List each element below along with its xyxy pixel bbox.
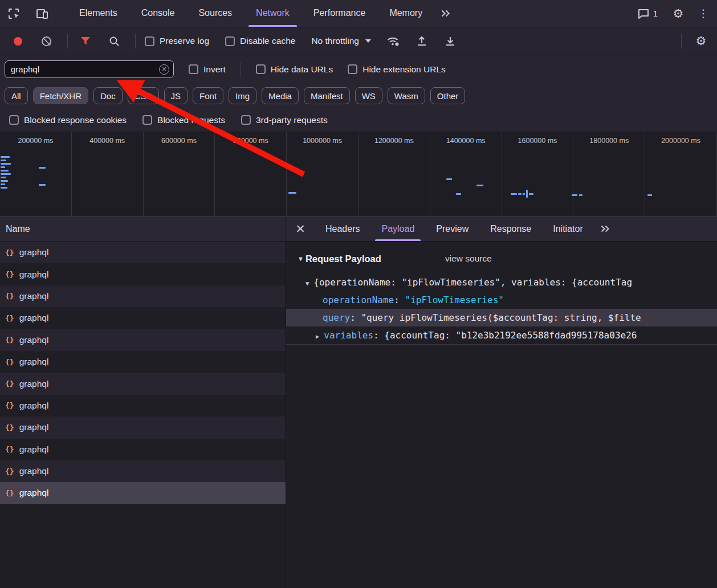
payload-row[interactable]: ▶variables: {accountTag: "b12e3b2192ee55… (286, 326, 717, 344)
payload-text: variables (324, 330, 373, 341)
network-settings-gear-icon[interactable]: ⚙ (691, 31, 711, 51)
close-details-icon[interactable]: ✕ (286, 222, 315, 236)
checkbox-3rd-party-requests[interactable]: 3rd-party requests (241, 115, 328, 125)
filter-chip-other[interactable]: Other (430, 87, 466, 104)
json-braces-icon: {} (5, 489, 14, 497)
download-icon (445, 35, 456, 47)
filter-chip-font[interactable]: Font (193, 87, 223, 104)
disclosure-right-icon[interactable]: ▶ (316, 328, 319, 344)
filter-chip-fetch-xhr[interactable]: Fetch/XHR (33, 87, 88, 104)
request-row[interactable]: {}graphql (0, 285, 286, 307)
detail-tab-preview[interactable]: Preview (425, 217, 479, 241)
filter-chip-doc[interactable]: Doc (93, 87, 123, 104)
request-timing-bar (1, 160, 6, 161)
payload-row[interactable]: query: "query ipFlowTimeseries($accountT… (286, 309, 717, 326)
json-braces-icon: {} (5, 248, 14, 257)
request-timing-bar (518, 193, 522, 195)
detail-tab-payload[interactable]: Payload (370, 217, 425, 241)
device-toolbar-icon[interactable] (32, 3, 52, 24)
checkbox-box (225, 36, 235, 46)
checkbox-box (348, 64, 357, 74)
request-timing-bar (288, 192, 296, 194)
request-row[interactable]: {}graphql (0, 395, 286, 416)
divider (241, 62, 241, 77)
request-timing-bar (526, 190, 528, 198)
issues-button[interactable]: 1 (638, 9, 658, 19)
detail-tab-response[interactable]: Response (479, 217, 542, 241)
tab-console[interactable]: Console (129, 0, 187, 27)
tab-memory[interactable]: Memory (377, 0, 434, 27)
timeline-bars (0, 132, 717, 216)
detail-tab-headers[interactable]: Headers (315, 217, 370, 241)
request-row[interactable]: {}graphql (0, 351, 286, 373)
request-timing-bar (39, 184, 46, 186)
payload-row[interactable]: ▼{operationName: "ipFlowTimeseries", var… (286, 273, 717, 291)
view-source-link[interactable]: view source (445, 254, 492, 264)
request-timing-bar (1, 177, 6, 178)
request-list: {}graphql{}graphql{}graphql{}graphql{}gr… (0, 242, 286, 504)
export-har-button[interactable] (442, 32, 459, 50)
request-row[interactable]: {}graphql (0, 373, 286, 394)
record-button[interactable] (9, 32, 26, 50)
request-row[interactable]: {}graphql (0, 307, 286, 329)
network-overview-timeline[interactable]: 200000 ms400000 ms600000 ms800000 ms1000… (0, 132, 717, 217)
request-row[interactable]: {}graphql (0, 482, 286, 504)
search-button[interactable] (105, 32, 123, 50)
request-row[interactable]: {}graphql (0, 416, 286, 438)
detail-tab-initiator[interactable]: Initiator (542, 217, 593, 241)
request-timing-bar (1, 170, 9, 172)
request-row[interactable]: {}graphql (0, 242, 286, 263)
requests-panel: Name {}graphql{}graphql{}graphql{}graphq… (0, 217, 286, 588)
more-tabs-icon[interactable] (434, 9, 457, 18)
throttling-select[interactable]: No throttling (311, 36, 371, 46)
request-row[interactable]: {}graphql (0, 460, 286, 482)
detail-tab-strip: HeadersPayloadPreviewResponseInitiator (315, 217, 594, 241)
hide-extension-urls-label: Hide extension URLs (362, 64, 446, 75)
preserve-log-checkbox[interactable]: Preserve log (145, 36, 209, 46)
request-timing-bar (446, 178, 452, 180)
disclosure-down-icon[interactable]: ▼ (298, 255, 304, 262)
tab-sources[interactable]: Sources (186, 0, 244, 27)
tab-performance[interactable]: Performance (302, 0, 378, 27)
filter-chip-js[interactable]: JS (164, 87, 188, 104)
tab-network[interactable]: Network (244, 0, 302, 27)
filter-chip-img[interactable]: Img (229, 87, 256, 104)
hide-extension-urls-checkbox[interactable]: Hide extension URLs (348, 64, 446, 75)
payload-row[interactable]: operationName: "ipFlowTimeseries" (286, 291, 717, 309)
more-detail-tabs-icon[interactable] (594, 224, 616, 233)
request-timing-bar (529, 193, 533, 195)
checkbox-box (145, 36, 154, 46)
invert-checkbox[interactable]: Invert (189, 64, 226, 75)
filter-chip-all[interactable]: All (5, 87, 28, 104)
kebab-menu-icon[interactable]: ⋮ (693, 3, 714, 24)
filter-chip-css[interactable]: CSS (128, 87, 159, 104)
request-name: graphql (19, 247, 49, 258)
filter-input[interactable] (5, 60, 174, 78)
filter-chip-manifest[interactable]: Manifest (304, 87, 350, 104)
request-row[interactable]: {}graphql (0, 439, 286, 460)
disclosure-down-icon[interactable]: ▼ (305, 275, 309, 291)
request-row[interactable]: {}graphql (0, 329, 286, 351)
hide-data-urls-checkbox[interactable]: Hide data URLs (256, 64, 333, 75)
filter-chip-ws[interactable]: WS (355, 87, 382, 104)
request-row[interactable]: {}graphql (0, 263, 286, 285)
name-column-header[interactable]: Name (0, 217, 286, 242)
request-timing-bar (1, 166, 5, 168)
funnel-icon (80, 36, 91, 46)
filter-chip-wasm[interactable]: Wasm (388, 87, 425, 104)
settings-gear-icon[interactable]: ⚙ (668, 3, 689, 24)
network-toolbar: Preserve log Disable cache No throttling… (0, 27, 717, 55)
clear-filter-icon[interactable]: ✕ (159, 64, 169, 75)
filter-toggle-button[interactable] (77, 32, 94, 50)
inspect-element-icon[interactable] (3, 3, 24, 24)
request-timing-bar (1, 173, 11, 175)
checkbox-blocked-response-cookies[interactable]: Blocked response cookies (9, 115, 127, 125)
network-conditions-button[interactable] (385, 32, 402, 50)
upload-icon (416, 35, 427, 47)
clear-log-button[interactable] (38, 32, 55, 50)
filter-chip-media[interactable]: Media (262, 87, 299, 104)
import-har-button[interactable] (413, 32, 430, 50)
disable-cache-checkbox[interactable]: Disable cache (225, 36, 295, 46)
checkbox-blocked-requests[interactable]: Blocked requests (142, 115, 225, 125)
tab-elements[interactable]: Elements (67, 0, 129, 27)
